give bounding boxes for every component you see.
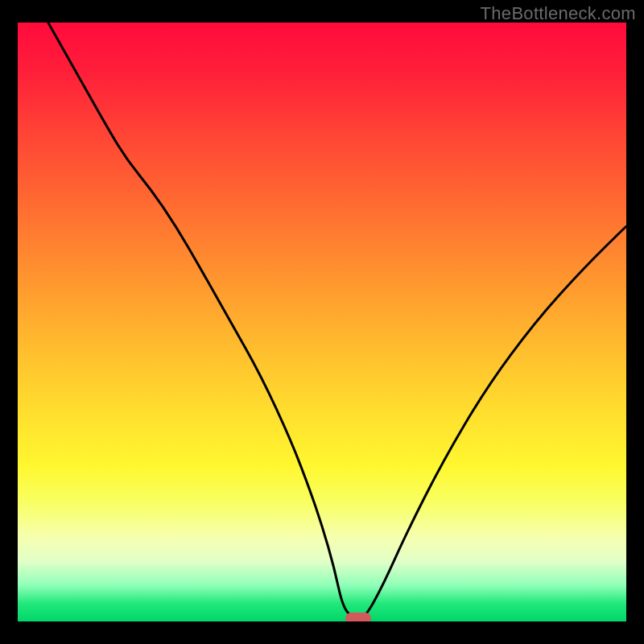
chart-frame: TheBottleneck.com	[0, 0, 644, 644]
curve-layer	[18, 23, 626, 621]
plot-area	[18, 23, 626, 621]
optimal-point-marker	[345, 613, 371, 621]
watermark-text: TheBottleneck.com	[481, 3, 636, 24]
bottleneck-curve-path	[48, 23, 626, 618]
